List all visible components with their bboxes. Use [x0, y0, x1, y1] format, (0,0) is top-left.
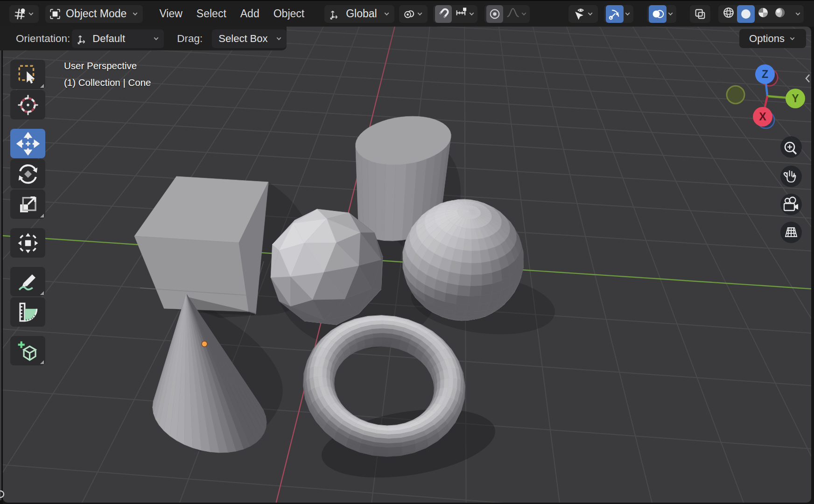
svg-text:Z: Z	[762, 68, 768, 80]
svg-text:X: X	[759, 111, 766, 123]
svg-text:Y: Y	[792, 92, 799, 105]
